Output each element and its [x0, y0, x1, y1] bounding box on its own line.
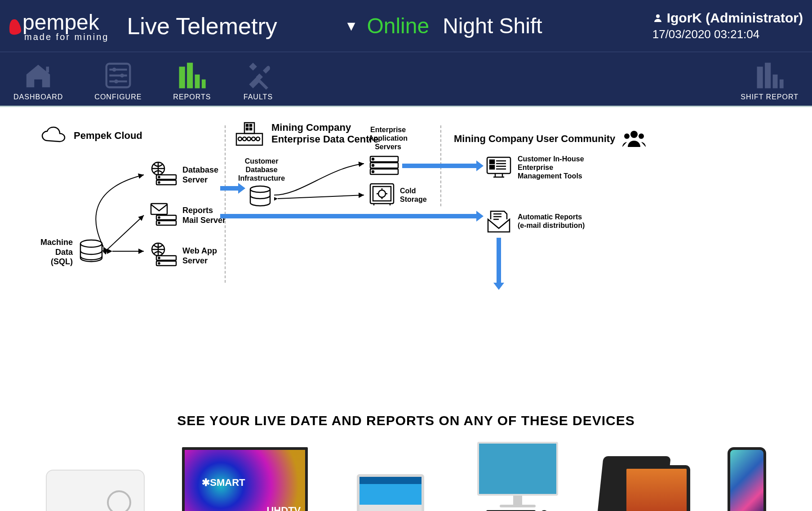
- cold-b: Storage: [400, 195, 427, 204]
- svg-point-29: [159, 222, 160, 224]
- svg-point-57: [624, 133, 630, 139]
- db-server-a: Database: [182, 165, 218, 175]
- tools-c: Management Tools: [518, 172, 584, 180]
- web-server-a: Web App: [182, 246, 217, 256]
- nav-dashboard[interactable]: DASHBOARD: [13, 60, 63, 101]
- nav-dashboard-label: DASHBOARD: [13, 93, 63, 101]
- report-mail-icon: [485, 209, 512, 234]
- svg-point-27: [159, 217, 160, 218]
- svg-point-50: [372, 164, 374, 166]
- flow-arrow-icon: [220, 214, 476, 218]
- svg-rect-11: [195, 75, 200, 89]
- nav-shift-report[interactable]: SHIFT REPORT: [741, 60, 799, 101]
- dropdown-chevron-icon[interactable]: ▼: [345, 18, 358, 34]
- eas-a: Enterprise: [368, 125, 408, 134]
- bar-chart-icon: [176, 60, 208, 91]
- flow-arrow-icon: [402, 164, 476, 168]
- monitor-icon: [485, 156, 512, 180]
- user-icon: [652, 13, 663, 23]
- brand-tagline: made for mining: [9, 32, 109, 42]
- edc-b: Enterprise Data Centre: [271, 133, 378, 145]
- devices-heading: SEE YOUR LIVE DATE AND REPORTS ON ANY OF…: [0, 413, 812, 428]
- home-icon: [22, 60, 54, 91]
- svg-rect-15: [757, 67, 763, 88]
- svg-rect-49: [370, 163, 398, 168]
- user-block[interactable]: IgorK (Administrator) 17/03/2020 03:21:0…: [652, 10, 803, 41]
- mail-server-a: Reports: [182, 206, 226, 216]
- flame-icon: [8, 18, 22, 35]
- svg-rect-18: [779, 80, 783, 89]
- flow-arrow-down-icon: [497, 238, 501, 283]
- device-desktop: [473, 442, 563, 511]
- brand-logo: pempek made for mining: [9, 10, 109, 42]
- svg-rect-16: [765, 63, 771, 89]
- architecture-diagram: Pempek Cloud Machine Data (SQL) Database…: [0, 107, 812, 413]
- svg-point-22: [159, 177, 160, 178]
- svg-point-58: [639, 133, 644, 139]
- svg-point-6: [120, 74, 124, 78]
- db-server-b: Server: [182, 175, 218, 185]
- main-nav: DASHBOARD CONFIGURE REPORTS: [0, 52, 812, 106]
- svg-rect-14: [259, 80, 269, 90]
- svg-point-24: [159, 182, 160, 183]
- svg-rect-1: [46, 67, 49, 72]
- edc-a: Mining Company: [271, 122, 378, 133]
- web-server-icon: [148, 242, 178, 270]
- nav-reports[interactable]: REPORTS: [173, 60, 211, 101]
- users-icon: [621, 129, 647, 149]
- mail-server-b: Mail Server: [182, 216, 226, 226]
- svg-rect-36: [246, 124, 248, 126]
- sql-label-c: (SQL): [40, 257, 73, 267]
- svg-point-8: [114, 80, 118, 84]
- server-rack-icon: [368, 155, 400, 177]
- web-server-b: Server: [182, 256, 217, 266]
- building-icon: [234, 120, 265, 147]
- nav-shift-report-label: SHIFT REPORT: [741, 93, 799, 101]
- nav-faults-label: FAULTS: [244, 93, 273, 101]
- safe-icon: [368, 182, 395, 207]
- sliders-icon: [102, 60, 134, 91]
- tv-uhd-label: UHDTV: [266, 505, 301, 511]
- svg-point-56: [630, 131, 638, 138]
- svg-point-32: [159, 258, 160, 259]
- svg-rect-39: [250, 128, 252, 130]
- svg-rect-38: [246, 128, 248, 130]
- tools-icon: [242, 60, 274, 91]
- eas-b: Application: [368, 134, 408, 142]
- device-laptop: [346, 474, 435, 511]
- svg-rect-9: [179, 67, 185, 88]
- database-icon: [246, 185, 274, 210]
- device-tv: ✱SMART UHDTV: [182, 447, 308, 511]
- app-header: pempek made for mining Live Telemetry ▼ …: [0, 0, 812, 52]
- svg-point-44: [252, 137, 255, 141]
- devices-row: ✱SMART UHDTV: [0, 428, 812, 511]
- user-name: IgorK (Administrator): [667, 10, 803, 26]
- svg-rect-60: [490, 160, 494, 164]
- svg-point-43: [247, 137, 251, 141]
- tools-a: Customer In-House: [518, 155, 584, 163]
- device-tablet: [600, 456, 690, 511]
- sql-label-a: Machine: [40, 238, 73, 248]
- svg-rect-17: [772, 75, 777, 89]
- svg-point-55: [378, 190, 386, 197]
- cloud-icon: [40, 125, 67, 146]
- zone-divider: [225, 125, 226, 283]
- flow-arrow-icon: [220, 186, 238, 191]
- cloud-title: Pempek Cloud: [74, 130, 142, 142]
- svg-rect-12: [202, 80, 206, 89]
- svg-rect-10: [187, 63, 193, 89]
- nav-faults[interactable]: FAULTS: [242, 60, 274, 101]
- device-projector: [46, 470, 145, 511]
- nav-configure[interactable]: CONFIGURE: [94, 60, 142, 101]
- svg-rect-37: [250, 124, 252, 126]
- eas-c: Servers: [368, 142, 408, 151]
- svg-rect-40: [236, 133, 262, 145]
- svg-rect-47: [370, 156, 398, 162]
- nav-configure-label: CONFIGURE: [94, 93, 142, 101]
- svg-rect-51: [370, 169, 398, 174]
- svg-point-46: [250, 186, 270, 192]
- auto-a: Automatic Reports: [518, 213, 585, 221]
- bar-chart-small-icon: [754, 60, 785, 91]
- sql-label-b: Data: [40, 248, 73, 258]
- cold-a: Cold: [400, 187, 427, 195]
